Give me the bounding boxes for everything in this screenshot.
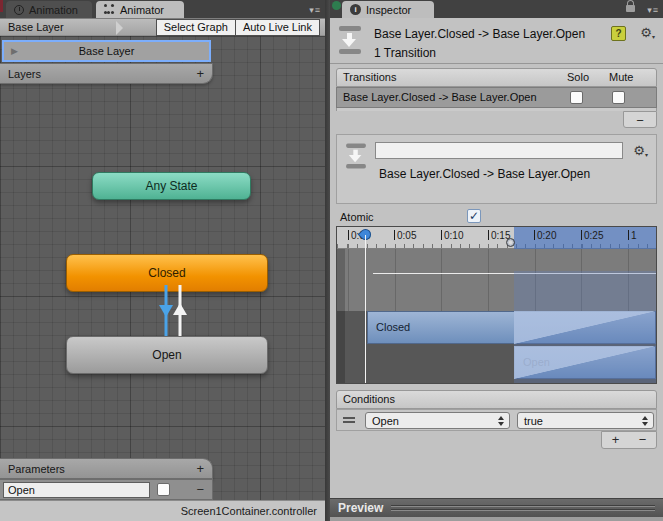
ruler-tick-label: 0:05 (397, 230, 416, 241)
atomic-label: Atomic (340, 211, 374, 223)
tab-animation-label: Animation (29, 4, 78, 16)
transitions-title: Transitions (343, 71, 396, 83)
tab-animator-label: Animator (120, 4, 164, 16)
breadcrumb[interactable]: Base Layer (8, 21, 64, 33)
drag-handle-icon[interactable] (343, 417, 355, 423)
layers-header: Layers + (0, 63, 213, 84)
animator-toolbar: Base Layer Select Graph Auto Live Link (0, 18, 325, 36)
animator-tabbar: Animation Animator ▾≡ (0, 0, 325, 18)
ruler-tick-label: 1 (631, 230, 637, 241)
remove-condition-button[interactable]: − (629, 432, 656, 448)
select-graph-button[interactable]: Select Graph (156, 19, 235, 36)
animator-panel: Animation Animator ▾≡ Base Layer Select … (0, 0, 325, 521)
statusbar: Screen1Container.controller (0, 500, 325, 521)
state-node-label: Closed (148, 266, 185, 280)
record-icon (0, 0, 3, 12)
transition-icon (339, 26, 361, 54)
timeline-body[interactable]: Closed Open (337, 249, 656, 383)
state-machine-graph[interactable]: ▶ Base Layer Layers + Any State Closed O… (0, 36, 325, 500)
help-icon[interactable]: ? (611, 26, 626, 41)
inspector-tabbar: i Inspector ▾≡ (330, 0, 663, 18)
chevron-right-icon (116, 21, 123, 35)
timeline-left-margin (337, 249, 345, 383)
track-bar-label: Closed (376, 321, 410, 333)
lock-icon[interactable] (626, 5, 635, 12)
unity-editor-window: Animation Animator ▾≡ Base Layer Select … (0, 0, 663, 521)
list-footer-strip (336, 108, 657, 111)
solo-checkbox[interactable] (570, 91, 583, 104)
mute-column-label: Mute (609, 71, 633, 83)
foldout-arrow-icon[interactable]: ▶ (11, 46, 18, 56)
grip-icon[interactable] (391, 505, 655, 512)
transition-detail-label: Base Layer.Closed -> Base Layer.Open (379, 167, 590, 181)
layers-header-label: Layers (8, 68, 41, 80)
info-icon: i (350, 4, 361, 15)
gear-icon[interactable]: ⚙ (640, 25, 655, 40)
tab-animation[interactable]: Animation (6, 1, 92, 18)
transition-name-field[interactable] (375, 142, 623, 159)
transition-title: Base Layer.Closed -> Base Layer.Open (374, 27, 585, 41)
conditions-footer: + − (601, 431, 657, 449)
playhead-line (365, 235, 366, 383)
transition-list-row[interactable]: Base Layer.Closed -> Base Layer.Open (336, 87, 657, 108)
parameter-row: − (0, 479, 213, 500)
transition-arrows[interactable] (150, 285, 210, 341)
transition-start-handle-icon[interactable] (506, 238, 515, 247)
condition-parameter-value: Open (372, 415, 399, 427)
panel-menu-icon[interactable]: ▾≡ (309, 5, 321, 15)
timeline-ruler[interactable]: 0:00 0:05 0:10 0:15 0:20 0:25 1 (337, 227, 656, 249)
tab-inspector[interactable]: i Inspector (342, 1, 434, 18)
parameters-header-label: Parameters (8, 463, 65, 475)
preview-bar[interactable]: Preview (330, 498, 663, 517)
transition-count: 1 Transition (374, 46, 436, 60)
mute-checkbox[interactable] (612, 91, 625, 104)
condition-parameter-dropdown[interactable]: Open (365, 412, 510, 429)
state-node-label: Any State (145, 179, 197, 193)
state-node-open[interactable]: Open (66, 336, 268, 374)
atomic-checkbox[interactable]: ✓ (467, 209, 481, 223)
inspector-header: Base Layer.Closed -> Base Layer.Open 1 T… (330, 18, 663, 64)
condition-value: true (524, 415, 543, 427)
animator-icon (104, 4, 115, 15)
ruler-tick-label: 0:25 (584, 230, 603, 241)
panel-menu-icon[interactable]: ▾≡ (647, 5, 659, 15)
parameters-header: Parameters + (0, 458, 213, 479)
arrowhead-down-icon (159, 305, 173, 317)
transition-row-label: Base Layer.Closed -> Base Layer.Open (343, 91, 537, 103)
add-parameter-button[interactable]: + (196, 461, 204, 476)
window-icon (332, 1, 341, 10)
conditions-title: Conditions (343, 393, 395, 405)
controller-path-label: Screen1Container.controller (181, 505, 317, 517)
transitions-section-header: Transitions Solo Mute (336, 68, 657, 87)
remove-parameter-button[interactable]: − (196, 482, 204, 497)
add-layer-button[interactable]: + (196, 66, 204, 81)
parameter-name-field[interactable] (3, 482, 150, 498)
transition-detail-box: ⚙ Base Layer.Closed -> Base Layer.Open (336, 134, 657, 204)
condition-value-dropdown[interactable]: true (517, 412, 654, 429)
state-node-any-state[interactable]: Any State (92, 172, 251, 200)
condition-row: Open true (336, 409, 657, 431)
add-condition-button[interactable]: + (602, 432, 629, 448)
parameter-value-checkbox[interactable] (157, 483, 170, 496)
ruler-tick-label: 0:10 (444, 230, 463, 241)
remove-transition-button[interactable]: − (623, 111, 657, 128)
gear-icon[interactable]: ⚙ (633, 143, 648, 158)
preview-area (330, 517, 663, 521)
auto-live-link-button[interactable]: Auto Live Link (235, 19, 320, 36)
conditions-section-header: Conditions (336, 390, 657, 409)
layer-row-label: Base Layer (79, 45, 135, 57)
tab-inspector-label: Inspector (366, 4, 411, 16)
transition-icon (346, 143, 366, 168)
transition-range-highlight[interactable] (514, 271, 656, 383)
preview-label: Preview (338, 501, 383, 515)
tab-animator[interactable]: Animator (96, 1, 184, 18)
transition-timeline[interactable]: 0:00 0:05 0:10 0:15 0:20 0:25 1 Closed O… (336, 226, 657, 384)
ruler-tick-label: 0:20 (537, 230, 556, 241)
arrowhead-up-icon (173, 303, 187, 315)
clock-icon (14, 5, 24, 15)
state-node-label: Open (152, 348, 181, 362)
minus-icon: − (636, 113, 644, 128)
inspector-panel: i Inspector ▾≡ Base Layer.Closed -> Base… (330, 0, 663, 521)
solo-column-label: Solo (567, 71, 589, 83)
layer-row-base-layer[interactable]: ▶ Base Layer (2, 40, 211, 62)
